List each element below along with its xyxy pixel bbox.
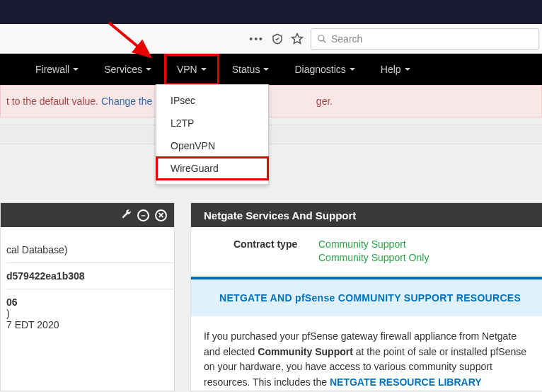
dropdown-openvpn[interactable]: OpenVPN [156,134,268,157]
contract-value-1: Community Support [318,238,429,250]
caret-icon [146,68,151,71]
nav-firewall[interactable]: Firewall [23,54,91,85]
close-icon[interactable]: ✕ [155,209,167,221]
alert-tail: ger. [316,96,333,107]
minus-icon[interactable]: － [137,209,149,221]
wrench-icon[interactable] [121,209,132,221]
caret-icon [201,68,207,71]
caret-icon [73,68,79,71]
caret-icon [350,68,355,71]
nav-diagnostics[interactable]: Diagnostics [282,54,367,85]
more-icon[interactable]: ••• [249,33,264,45]
left-row-3: 06 ) 7 EDT 2020 [6,289,174,338]
contract-row: Contract type Community Support Communit… [191,227,542,279]
dropdown-ipsec[interactable]: IPsec [156,89,268,112]
nav-status[interactable]: Status [219,54,282,85]
browser-toolbar: ••• Search [0,24,542,54]
resource-library-link[interactable]: NETGATE RESOURCE LIBRARY [330,376,482,388]
nav-vpn[interactable]: VPN [164,54,219,85]
search-icon [317,34,327,44]
svg-point-1 [318,35,324,40]
browser-tab-strip [0,0,542,24]
alert-text: t to the default value. [6,96,98,107]
caret-icon [263,68,269,71]
nav-help[interactable]: Help [368,54,423,85]
main-navbar: Firewall Services VPN Status Diagnostics… [0,54,542,85]
left-panel-header: － ✕ [1,203,174,227]
left-row-1: cal Database) [6,237,174,263]
left-row-2: d579422ea1b308 [6,263,174,289]
nav-services[interactable]: Services [91,54,164,85]
search-placeholder: Search [331,33,362,45]
left-panel: － ✕ cal Database) d579422ea1b308 06 ) 7 … [0,202,175,391]
svg-line-2 [323,40,326,42]
resource-banner: NETGATE AND pfSense COMMUNITY SUPPORT RE… [191,279,542,316]
right-panel-header: Netgate Services And Support [191,203,542,227]
support-text: If you purchased your pfSense gateway fi… [191,316,542,391]
right-panel: Netgate Services And Support Contract ty… [190,202,542,391]
url-area [0,28,241,50]
contract-value-2: Community Support Only [318,252,429,263]
spacer [0,125,542,144]
dropdown-wireguard[interactable]: WireGuard [156,157,268,180]
alert-banner: t to the default value. Change the pa ge… [0,85,542,117]
reader-icon[interactable] [271,33,284,45]
caret-icon [405,68,410,71]
dropdown-l2tp[interactable]: L2TP [156,112,268,134]
vpn-dropdown: IPsec L2TP OpenVPN WireGuard [156,84,269,185]
bookmark-star-icon[interactable] [291,33,304,45]
browser-search-input[interactable]: Search [311,28,539,50]
contract-label: Contract type [233,238,318,265]
